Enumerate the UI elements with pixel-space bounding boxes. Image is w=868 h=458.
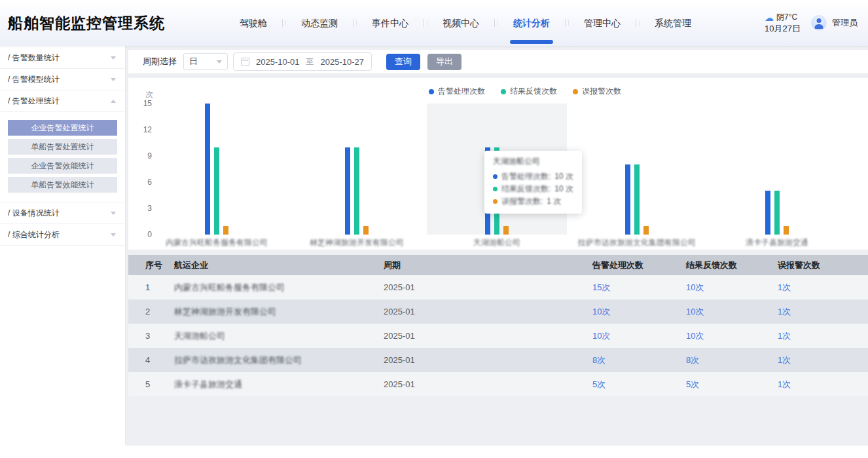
sidebar-group-label: / 告警模型统计	[8, 74, 60, 85]
table-column-header: 序号	[128, 255, 174, 275]
period-value: 2025-01	[384, 331, 415, 341]
feedback-count-link[interactable]: 10次	[686, 331, 704, 341]
chart-category-label: 拉萨市达孜旅游文化集团有限公司	[567, 237, 707, 248]
table-row: 4拉萨市达孜旅游文化集团有限公司2025-018次8次1次	[128, 348, 868, 372]
chart-bar-group[interactable]	[567, 104, 707, 235]
weather-widget: ☁ 阴7°C 10月27日	[765, 12, 801, 34]
chart-bar-group[interactable]	[287, 104, 427, 235]
handled-count-link[interactable]: 15次	[592, 282, 610, 292]
false-alarm-count-link[interactable]: 1次	[778, 355, 791, 365]
chart-bar[interactable]	[643, 226, 649, 235]
feedback-count-link[interactable]: 5次	[686, 379, 699, 389]
sidebar-group-2[interactable]: / 告警模型统计	[0, 69, 125, 90]
chart-category-label: 天湖游船公司	[427, 237, 567, 248]
false-alarm-count-link[interactable]: 1次	[778, 307, 791, 316]
search-button[interactable]: 查询	[386, 54, 420, 70]
main-area: / 告警数量统计/ 告警模型统计/ 告警处理统计企业告警处置统计单船告警处置统计…	[0, 46, 868, 446]
chart-tooltip: 天湖游船公司 告警处理次数:10 次结果反馈次数:10 次误报警次数:1 次	[484, 151, 582, 214]
tooltip-dot	[493, 187, 497, 191]
legend-item[interactable]: 结果反馈次数	[501, 86, 557, 97]
content-area: 周期选择 日 2025-10-01 至 2025-10-27 查询 导出 次 0…	[126, 46, 868, 446]
chart-bar-group[interactable]	[147, 104, 287, 235]
table-column-header: 误报警次数	[778, 255, 868, 275]
period-value: 2025-01	[384, 379, 415, 389]
footer-strip	[0, 446, 868, 458]
export-button[interactable]: 导出	[427, 54, 461, 70]
feedback-count-link[interactable]: 8次	[686, 355, 699, 365]
chart-bar-group[interactable]	[707, 104, 847, 235]
filter-bar: 周期选择 日 2025-10-01 至 2025-10-27 查询 导出	[128, 50, 868, 73]
company-name: 内蒙古兴旺船务服务有限公司	[174, 282, 285, 292]
handled-count-link[interactable]: 8次	[592, 355, 606, 365]
nav-separator	[424, 19, 427, 27]
legend-item[interactable]: 误报警次数	[573, 86, 621, 97]
chart-bar[interactable]	[774, 191, 780, 235]
legend-label: 告警处理次数	[438, 86, 485, 97]
false-alarm-count-link[interactable]: 1次	[778, 282, 791, 292]
nav-tab-3[interactable]: 事件中心	[366, 0, 414, 46]
nav-separator	[494, 19, 498, 27]
handled-count-link[interactable]: 10次	[592, 331, 610, 341]
sidebar-item-1[interactable]: 企业告警处置统计	[8, 120, 117, 136]
legend-item[interactable]: 告警处理次数	[429, 86, 485, 97]
chart-bar[interactable]	[223, 226, 228, 235]
nav-tab-6[interactable]: 管理中心	[578, 0, 626, 46]
nav-separator	[282, 19, 286, 27]
chevron-down-icon	[111, 233, 116, 237]
tooltip-label: 结果反馈次数:	[501, 183, 551, 195]
table-row: 2林芝神湖旅游开发有限公司2025-0110次10次1次	[128, 299, 868, 324]
date-range-picker[interactable]: 2025-10-01 至 2025-10-27	[233, 52, 372, 71]
nav-tab-1[interactable]: 驾驶舱	[234, 0, 273, 46]
table-column-header: 结果反馈次数	[686, 255, 778, 275]
tooltip-label: 误报警次数:	[501, 195, 543, 208]
nav-tab-5[interactable]: 统计分析	[507, 0, 556, 46]
handled-count-link[interactable]: 5次	[592, 379, 606, 389]
chart-legend: 告警处理次数结果反馈次数误报警次数	[429, 86, 621, 97]
nav-separator	[353, 19, 357, 27]
table-row: 1内蒙古兴旺船务服务有限公司2025-0115次10次1次	[128, 275, 868, 299]
nav-separator	[636, 19, 640, 27]
chart-bar[interactable]	[765, 191, 770, 235]
sidebar-group-5[interactable]: / 综合统计分析	[0, 224, 125, 246]
tooltip-value: 10 次	[554, 183, 573, 195]
sidebar-item-3[interactable]: 企业告警效能统计	[8, 158, 117, 174]
feedback-count-link[interactable]: 10次	[686, 307, 704, 316]
legend-dot	[501, 89, 506, 94]
nav-tab-7[interactable]: 系统管理	[649, 0, 697, 46]
table-row: 3天湖游船公司2025-0110次10次1次	[128, 324, 868, 348]
sidebar-group-4[interactable]: / 设备情况统计	[0, 202, 125, 224]
main-nav: 驾驶舱动态监测事件中心视频中心统计分析管理中心系统管理	[234, 0, 697, 46]
chart-bar[interactable]	[503, 226, 509, 235]
nav-tab-2[interactable]: 动态监测	[295, 0, 344, 46]
sidebar-item-2[interactable]: 单船告警处置统计	[8, 139, 117, 155]
false-alarm-count-link[interactable]: 1次	[778, 379, 791, 389]
row-index: 5	[145, 379, 150, 389]
table-header-row: 序号航运企业周期告警处理次数结果反馈次数误报警次数	[128, 255, 868, 275]
sidebar-item-4[interactable]: 单船告警效能统计	[8, 177, 117, 193]
chart-bar[interactable]	[205, 104, 210, 235]
period-value: 2025-01	[384, 355, 415, 365]
sidebar-group-3[interactable]: / 告警处理统计	[0, 90, 125, 112]
tooltip-entry: 结果反馈次数:10 次	[493, 183, 573, 195]
user-menu[interactable]: 管理员	[811, 15, 868, 31]
chart-bar[interactable]	[625, 164, 630, 235]
chart-bar[interactable]	[784, 226, 789, 235]
table-column-header: 航运企业	[174, 255, 384, 275]
row-index: 3	[145, 331, 150, 341]
chart-bar[interactable]	[363, 226, 369, 235]
table-column-header: 周期	[384, 255, 592, 275]
false-alarm-count-link[interactable]: 1次	[778, 331, 791, 341]
feedback-count-link[interactable]: 10次	[686, 282, 704, 292]
date-end: 2025-10-27	[321, 57, 365, 67]
nav-tab-4[interactable]: 视频中心	[437, 0, 485, 46]
chart-bar[interactable]	[214, 147, 219, 235]
chart-bar[interactable]	[354, 147, 359, 235]
chart-bar[interactable]	[634, 164, 640, 235]
sidebar-group-1[interactable]: / 告警数量统计	[0, 47, 125, 69]
chevron-down-icon	[111, 212, 116, 215]
period-value: 2025-01	[384, 307, 415, 316]
handled-count-link[interactable]: 10次	[592, 307, 610, 316]
tooltip-value: 1 次	[547, 195, 561, 208]
period-select[interactable]: 日	[183, 53, 228, 70]
chart-bar[interactable]	[345, 147, 350, 235]
